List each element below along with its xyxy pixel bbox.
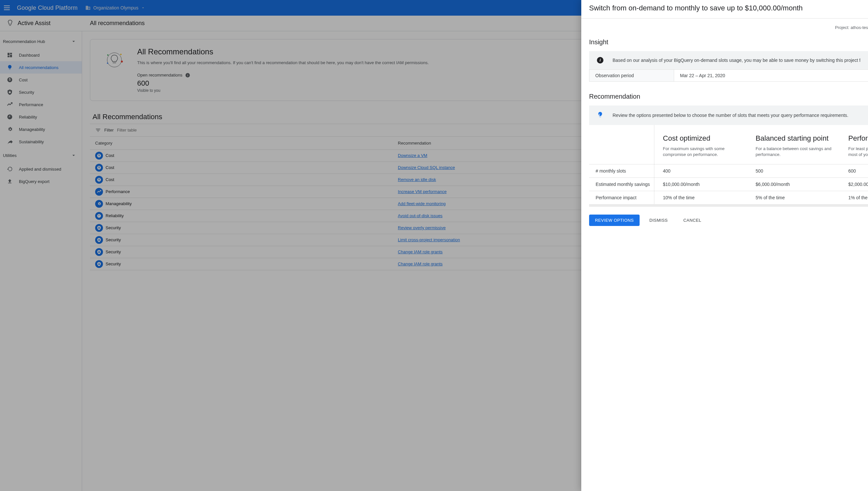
panel-title: Switch from on-demand to monthly to save… xyxy=(581,0,868,19)
options-scroll[interactable]: Cost optimizedFor maximum savings with s… xyxy=(589,125,868,207)
insight-banner: i Based on our analysis of your BigQuery… xyxy=(589,51,868,69)
recommendation-heading: Recommendation xyxy=(581,91,868,106)
option-title: Balanced starting point xyxy=(756,134,835,143)
project-label: Project: athos-tes xyxy=(581,19,868,36)
option-value: 600 xyxy=(842,165,868,178)
insight-heading: Insight xyxy=(581,36,868,51)
option-row-label: Estimated monthly savings xyxy=(589,178,656,191)
option-description: For least possible performance impact on… xyxy=(848,146,868,157)
lightbulb-icon xyxy=(597,111,604,119)
option-value: 400 xyxy=(656,165,749,178)
option-value: 10% of the time xyxy=(656,191,749,204)
info-icon: i xyxy=(597,57,604,63)
option-column-header: Cost optimizedFor maximum savings with s… xyxy=(656,125,749,165)
option-title: Cost optimized xyxy=(663,134,743,143)
column-divider xyxy=(654,125,654,204)
insight-text: Based on our analysis of your BigQuery o… xyxy=(613,58,860,63)
option-value: 500 xyxy=(749,165,842,178)
option-value: 1% of the time xyxy=(842,191,868,204)
detail-panel: Switch from on-demand to monthly to save… xyxy=(581,0,868,491)
option-value: 5% of the time xyxy=(749,191,842,204)
recommendation-banner-text: Review the options presented below to ch… xyxy=(613,113,848,118)
cancel-button[interactable]: Cancel xyxy=(677,214,707,226)
option-row-label: Performance impact xyxy=(589,191,656,204)
review-options-button[interactable]: Review Options xyxy=(589,214,640,226)
option-description: For maximum savings with some compromise… xyxy=(663,146,741,157)
option-row: # monthly slots400500600 xyxy=(589,165,868,178)
option-description: For a balance between cost savings and p… xyxy=(756,146,834,157)
option-title: Performance xyxy=(848,134,868,143)
recommendation-banner: Review the options presented below to ch… xyxy=(589,106,868,125)
observation-table: Observation period Mar 22 – Apr 21, 2020 xyxy=(589,69,868,82)
option-value: $6,000.00/month xyxy=(749,178,842,191)
option-row: Estimated monthly savings$10,000.00/mont… xyxy=(589,178,868,191)
obs-value: Mar 22 – Apr 21, 2020 xyxy=(674,70,868,82)
panel-actions: Review Options Dismiss Cancel xyxy=(581,207,868,234)
option-column-header: PerformanceFor least possible performanc… xyxy=(842,125,868,165)
option-column-header: Balanced starting pointFor a balance bet… xyxy=(749,125,842,165)
option-value: $2,000.00/month xyxy=(842,178,868,191)
option-row-label: # monthly slots xyxy=(589,165,656,178)
obs-label: Observation period xyxy=(589,70,674,82)
option-value: $10,000.00/month xyxy=(656,178,749,191)
options-table: Cost optimizedFor maximum savings with s… xyxy=(589,125,868,204)
option-row: Performance impact10% of the time5% of t… xyxy=(589,191,868,204)
dismiss-button[interactable]: Dismiss xyxy=(644,214,673,226)
